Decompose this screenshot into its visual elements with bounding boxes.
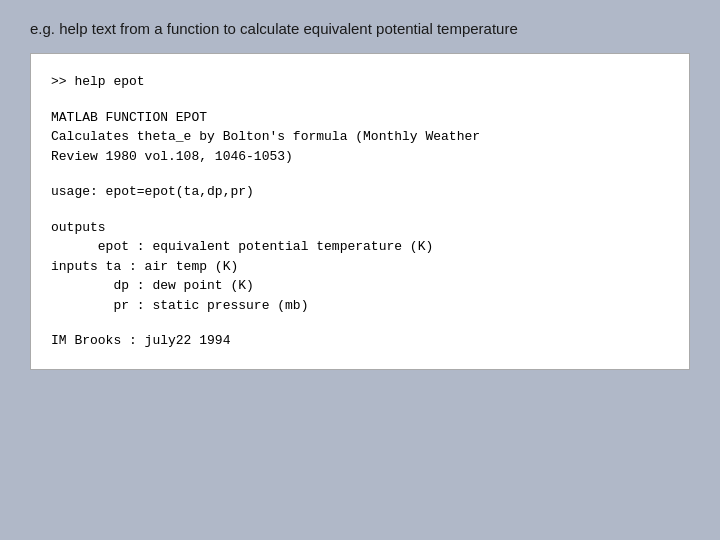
command-text: >> help epot — [51, 72, 669, 92]
io-description: outputs epot : equivalent potential temp… — [51, 218, 669, 316]
code-box: >> help epot MATLAB FUNCTION EPOT Calcul… — [30, 53, 690, 370]
function-description: MATLAB FUNCTION EPOT Calculates theta_e … — [51, 108, 669, 167]
io-text: outputs epot : equivalent potential temp… — [51, 218, 669, 316]
command-line: >> help epot — [51, 72, 669, 92]
page-title: e.g. help text from a function to calcul… — [30, 20, 518, 37]
description-text: MATLAB FUNCTION EPOT Calculates theta_e … — [51, 108, 669, 167]
author-line: IM Brooks : july22 1994 — [51, 331, 669, 351]
usage-text: usage: epot=epot(ta,dp,pr) — [51, 182, 669, 202]
author-text: IM Brooks : july22 1994 — [51, 331, 669, 351]
usage-line: usage: epot=epot(ta,dp,pr) — [51, 182, 669, 202]
